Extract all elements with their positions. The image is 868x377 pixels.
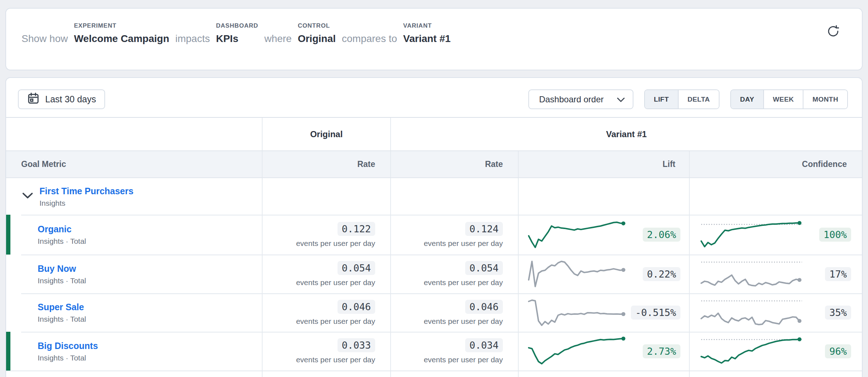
lift-sparkline [527, 297, 628, 329]
date-range-label: Last 30 days [45, 94, 96, 104]
col-header-control-rate: Rate [262, 151, 390, 177]
rate-unit: events per user per day [424, 317, 503, 326]
table-row-buy-now: Buy Now Insights · Total 0.054 events pe… [6, 255, 862, 293]
variant-value[interactable]: Variant #1 [403, 33, 450, 45]
control-value[interactable]: Original [298, 33, 336, 45]
toggle-option-month[interactable]: MONTH [803, 90, 847, 108]
query-part-where: where [264, 22, 292, 45]
significance-marker [6, 215, 10, 255]
significance-marker [6, 332, 10, 371]
confidence-cell: 100% [689, 215, 862, 255]
query-text: compares to [342, 33, 397, 45]
chevron-down-icon [617, 94, 625, 104]
confidence-sparkline [700, 259, 805, 289]
dashboard-value[interactable]: KPIs [216, 33, 258, 45]
metric-cell: Buy Now Insights · Total [6, 255, 262, 293]
table-row-super-sale: Super Sale Insights · Total 0.046 events… [6, 293, 862, 332]
experiment-value[interactable]: Welcome Campaign [74, 33, 169, 45]
date-range-button[interactable]: Last 30 days [18, 89, 105, 109]
confidence-sparkline [700, 336, 805, 366]
confidence-value: 17% [825, 267, 851, 281]
metric-link[interactable]: Organic [38, 224, 262, 234]
control-rate-cell: 0.046 events per user per day [262, 293, 390, 332]
dashboard-order-value: Dashboard order [539, 94, 604, 104]
metric-link[interactable]: Buy Now [38, 263, 262, 274]
rate-unit: events per user per day [296, 278, 375, 287]
lift-cell: -0.515% [518, 293, 689, 332]
toolbar-right-group: Dashboard order LIFT DELTA DAY WEEK MONT… [528, 89, 848, 109]
table-row-big-discounts: Big Discounts Insights · Total 0.033 eve… [6, 332, 862, 371]
toggle-option-lift[interactable]: LIFT [645, 90, 678, 108]
rate-unit: events per user per day [296, 239, 375, 248]
confidence-cell: 35% [689, 293, 862, 332]
toggle-option-delta[interactable]: DELTA [678, 90, 719, 108]
query-text: where [264, 33, 292, 45]
variant-rate-cell: 0.046 events per user per day [390, 293, 518, 332]
confidence-value: 35% [825, 306, 851, 320]
table-column-header-row: Goal Metric Rate Rate Lift Confidence [6, 150, 862, 178]
confidence-cell: 96% [689, 332, 862, 371]
collapse-chevron-icon[interactable] [22, 191, 33, 201]
query-part-impacts: impacts [175, 22, 210, 45]
query-part-compares-to: compares to [342, 22, 397, 45]
experiment-query-card: Show how EXPERIMENT Welcome Campaign imp… [5, 8, 863, 70]
confidence-value: 100% [819, 228, 851, 242]
query-text: impacts [175, 33, 210, 45]
rate-value: 0.046 [338, 300, 375, 314]
rate-value: 0.034 [465, 338, 503, 352]
metric-subtitle: Insights · Total [38, 276, 262, 285]
dashboard-order-select[interactable]: Dashboard order [528, 89, 633, 109]
lift-value: 2.73% [643, 344, 680, 358]
lift-sparkline [527, 219, 628, 251]
confidence-cell: 17% [689, 255, 862, 293]
table-row-partial [6, 371, 862, 377]
control-rate-cell: 0.122 events per user per day [262, 215, 390, 255]
col-header-variant-rate: Rate [390, 151, 518, 177]
query-part-experiment[interactable]: EXPERIMENT Welcome Campaign [74, 22, 169, 45]
query-part-show-how: Show how [22, 22, 68, 45]
metric-cell: Super Sale Insights · Total [6, 293, 262, 332]
table-row-first-time-purchasers: First Time Purchasers Insights [6, 178, 862, 215]
metric-subtitle: Insights · Total [38, 315, 262, 324]
variant-rate-cell: 0.054 events per user per day [390, 255, 518, 293]
metric-cell: Big Discounts Insights · Total [6, 332, 262, 371]
variant-group-header: Variant #1 [390, 118, 862, 150]
rate-unit: events per user per day [296, 355, 375, 364]
metric-subtitle: Insights [39, 199, 262, 208]
refresh-button[interactable] [825, 23, 842, 40]
lift-value: -0.515% [631, 306, 680, 320]
variant-label: VARIANT [403, 22, 450, 33]
dashboard-label: DASHBOARD [216, 22, 258, 33]
query-text: Show how [22, 33, 68, 45]
toggle-option-week[interactable]: WEEK [763, 90, 803, 108]
query-part-dashboard[interactable]: DASHBOARD KPIs [216, 22, 258, 45]
col-header-lift: Lift [518, 151, 689, 177]
rate-unit: events per user per day [424, 239, 503, 248]
variant-rate-cell: 0.124 events per user per day [390, 215, 518, 255]
control-rate-cell: 0.033 events per user per day [262, 332, 390, 371]
metric-link[interactable]: Super Sale [38, 302, 262, 312]
lift-sparkline [527, 258, 628, 290]
lift-sparkline [527, 335, 628, 367]
query-part-control[interactable]: CONTROL Original [298, 22, 336, 45]
rate-value: 0.124 [465, 222, 503, 236]
rate-unit: events per user per day [424, 278, 503, 287]
metric-subtitle: Insights · Total [38, 237, 262, 246]
toggle-option-day[interactable]: DAY [731, 90, 763, 108]
refresh-icon [825, 23, 841, 40]
calendar-icon [27, 92, 40, 107]
confidence-sparkline [700, 220, 805, 250]
col-header-goal-metric: Goal Metric [6, 151, 262, 177]
metric-cell: Organic Insights · Total [6, 215, 262, 255]
query-part-variant[interactable]: VARIANT Variant #1 [403, 22, 450, 45]
confidence-sparkline [700, 298, 805, 328]
rate-value: 0.054 [338, 261, 375, 275]
variant-rate-cell: 0.034 events per user per day [390, 332, 518, 371]
lift-delta-toggle: LIFT DELTA [644, 89, 720, 109]
control-label: CONTROL [298, 22, 336, 33]
metric-link[interactable]: Big Discounts [38, 340, 262, 351]
metric-cell: First Time Purchasers Insights [6, 178, 262, 215]
table-row-organic: Organic Insights · Total 0.122 events pe… [6, 215, 862, 255]
metric-link[interactable]: First Time Purchasers [39, 186, 262, 196]
rate-value: 0.046 [465, 300, 503, 314]
